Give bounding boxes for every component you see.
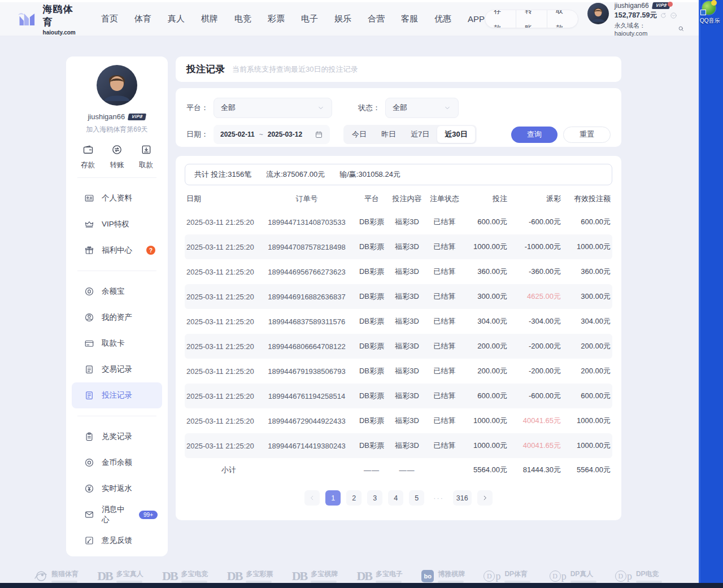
range-今日[interactable]: 今日: [345, 126, 374, 143]
range-昨日[interactable]: 昨日: [374, 126, 403, 143]
cell-content: 福彩3D: [389, 341, 425, 351]
assets-icon: [84, 312, 94, 323]
range-近7日[interactable]: 近7日: [403, 126, 437, 143]
cell-valid: 360.00元: [561, 267, 611, 277]
sidebar-item-messages[interactable]: 消息中心99+: [66, 502, 168, 528]
date-range-input[interactable]: 2025-02-11 ~ 2025-03-12: [214, 125, 330, 144]
summary-turnover: 流水:875067.00元: [266, 169, 325, 180]
nav-item-合营[interactable]: 合营: [368, 14, 385, 24]
cell-order: 1899446806664708122: [259, 342, 355, 351]
nav-item-优惠[interactable]: 优惠: [434, 14, 451, 24]
refresh-balance-icon[interactable]: [660, 12, 667, 19]
cell-content: 福彩3D: [389, 267, 425, 277]
cell-status: 已结算: [425, 267, 464, 277]
deposit-button[interactable]: 存款: [485, 10, 516, 28]
sidebar: jiushigan66 VIP8 加入海鸥体育第69天 存款转账取款 个人资料V…: [66, 56, 168, 556]
prev-page-button[interactable]: [304, 490, 320, 506]
nav-item-娱乐[interactable]: 娱乐: [334, 14, 351, 24]
sidebar-item-coin-balance[interactable]: 金币余额: [66, 450, 168, 476]
cell-date: 2025-03-11 21:25:20: [186, 317, 259, 326]
transfer-button[interactable]: 转账: [516, 10, 547, 28]
qq-music-icon[interactable]: [702, 1, 716, 15]
nav-item-电竞[interactable]: 电竞: [234, 14, 251, 24]
cell-content: 福彩3D: [389, 242, 425, 252]
sidebar-item-vip[interactable]: VIP特权: [66, 211, 168, 237]
nav-item-棋牌[interactable]: 棋牌: [201, 14, 218, 24]
cell-valid: 304.00元: [561, 316, 611, 326]
cell-bet: 1000.00元: [464, 242, 507, 252]
rebate-icon: [84, 484, 94, 494]
partner-name: 博雅棋牌: [438, 569, 465, 579]
nav-item-首页[interactable]: 首页: [101, 14, 118, 24]
withdraw-button[interactable]: 取款: [547, 10, 578, 28]
cell-payout: -200.00元: [507, 366, 561, 376]
quick-transfer-label: 转账: [110, 160, 124, 170]
reset-button[interactable]: 重置: [563, 127, 611, 143]
platform-label: 平台：: [186, 103, 208, 113]
cell-status: 已结算: [425, 416, 464, 426]
subtotal-valid: 5564.00元: [561, 465, 611, 475]
page-button-316[interactable]: 316: [453, 490, 472, 506]
sidebar-item-bet-records[interactable]: 投注记录: [72, 382, 162, 408]
sidebar-item-prize-records[interactable]: 兑奖记录: [66, 424, 168, 450]
balance-dropdown-icon[interactable]: [670, 12, 677, 19]
card-icon: [84, 338, 94, 349]
cell-valid: 300.00元: [561, 291, 611, 302]
sidebar-item-yuebao[interactable]: 余额宝: [66, 278, 168, 304]
feedback-icon: [84, 535, 94, 546]
table-row: 2025-03-11 21:25:201899447087578218498DB…: [185, 234, 612, 259]
sidebar-item-label: 实时返水: [102, 484, 132, 494]
sidebar-item-rebate[interactable]: 实时返水: [66, 476, 168, 502]
nav-item-APP[interactable]: APP: [468, 14, 485, 24]
status-label: 状态：: [358, 103, 380, 113]
next-page-button[interactable]: [477, 490, 493, 506]
platform-select-value: 全部: [221, 103, 236, 113]
sidebar-item-feedback[interactable]: 意见反馈: [66, 528, 168, 554]
cell-payout: -200.00元: [507, 341, 561, 351]
cell-order: 1899446714419380243: [259, 442, 355, 450]
nav-item-彩票[interactable]: 彩票: [268, 14, 285, 24]
query-button[interactable]: 查询: [511, 127, 558, 143]
table-row: 2025-03-11 21:25:201899446956766273623DB…: [185, 259, 612, 284]
sidebar-item-label: VIP特权: [102, 219, 129, 229]
quick-withdraw-button[interactable]: 取款: [139, 144, 153, 170]
nav-item-体育[interactable]: 体育: [134, 14, 151, 24]
range-近30日[interactable]: 近30日: [437, 126, 474, 143]
page-button-4[interactable]: 4: [388, 490, 403, 506]
cell-content: 福彩3D: [389, 441, 425, 451]
quick-deposit-button[interactable]: 存款: [81, 144, 95, 170]
status-select[interactable]: 全部: [385, 98, 459, 118]
sidebar-item-assets[interactable]: 我的资产: [66, 304, 168, 330]
partner-name: 多宝电竞: [181, 569, 208, 579]
nav-item-真人[interactable]: 真人: [168, 14, 185, 24]
wallet-icon: [82, 144, 94, 157]
header-user-area[interactable]: jiushigan66 VIP8 152,787.59元 永久域名：haiout…: [587, 2, 684, 37]
brand-logo[interactable]: 海鸥体育 haiouty.com: [17, 3, 82, 36]
page-button-3[interactable]: 3: [367, 490, 382, 506]
subtotal-label: 小计: [186, 465, 259, 475]
profile-avatar[interactable]: [97, 65, 137, 106]
cell-payout: -600.00元: [507, 391, 561, 401]
site-header: 海鸥体育 haiouty.com 首页体育真人棋牌电竞彩票电子娱乐合营客服优惠A…: [0, 2, 699, 36]
nav-item-电子[interactable]: 电子: [301, 14, 318, 24]
quick-transfer-button[interactable]: 转账: [110, 144, 124, 170]
sidebar-item-badge: ?: [146, 246, 155, 255]
sidebar-item-label: 兑奖记录: [102, 432, 132, 442]
cell-platform: DB彩票: [355, 267, 389, 277]
nav-item-客服[interactable]: 客服: [401, 14, 418, 24]
sidebar-item-profile[interactable]: 个人资料: [66, 185, 168, 211]
page-button-1[interactable]: 1: [325, 490, 341, 506]
search-icon[interactable]: [678, 25, 684, 32]
avatar[interactable]: [587, 3, 609, 24]
cell-content: 福彩3D: [389, 217, 425, 227]
page-button-2[interactable]: 2: [346, 490, 362, 506]
sidebar-item-withdraw-card[interactable]: 取款卡: [66, 330, 168, 356]
page-button-5[interactable]: 5: [409, 490, 424, 506]
sidebar-item-welfare[interactable]: 福利中心?: [66, 237, 168, 263]
cell-bet: 600.00元: [464, 217, 507, 227]
sidebar-item-transactions[interactable]: 交易记录: [66, 356, 168, 382]
joined-days: 加入海鸥体育第69天: [66, 125, 168, 134]
platform-select[interactable]: 全部: [214, 98, 332, 118]
cell-payout: 4625.00元: [507, 291, 561, 302]
cell-valid: 1000.00元: [561, 242, 611, 252]
